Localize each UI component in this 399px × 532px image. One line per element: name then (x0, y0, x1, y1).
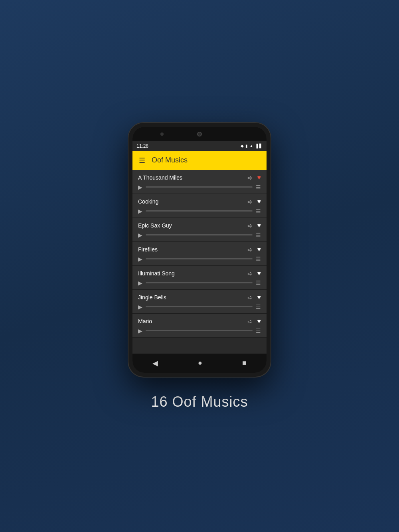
status-battery2-icon: ▋ (259, 144, 263, 148)
song-row-bottom: ▶ ☰ (132, 232, 267, 241)
queue-icon[interactable]: ☰ (256, 184, 261, 190)
heart-icon[interactable]: ♥ (257, 318, 261, 325)
song-title: Illuminati Song (138, 270, 175, 277)
song-row-top: A Thousand Miles ➪ ♥ (132, 170, 267, 184)
heart-icon[interactable]: ♥ (257, 198, 261, 205)
song-row-bottom: ▶ ☰ (132, 280, 267, 289)
phone-top-bar (132, 127, 267, 141)
song-list: A Thousand Miles ➪ ♥ ▶ ☰ Cooking ➪ ♥ (132, 170, 267, 354)
song-actions: ➪ ♥ (247, 318, 261, 325)
home-button[interactable]: ● (198, 359, 202, 367)
song-item: Epic Sax Guy ➪ ♥ ▶ ☰ (132, 218, 267, 242)
song-title: A Thousand Miles (138, 174, 182, 181)
song-actions: ➪ ♥ (247, 294, 261, 301)
status-alarm-icon: ◆ (241, 144, 244, 148)
play-button[interactable]: ▶ (138, 328, 142, 334)
progress-bar[interactable] (146, 210, 253, 212)
share-icon[interactable]: ➪ (247, 222, 253, 229)
app-bar: ☰ Oof Musics (132, 151, 267, 170)
heart-icon[interactable]: ♥ (257, 222, 261, 229)
song-row-top: Fireflies ➪ ♥ (132, 242, 267, 256)
status-icons: ◆ ▮ ▲ ▐ ▋ (241, 144, 263, 148)
status-time: 11:28 (136, 143, 148, 149)
song-actions: ➪ ♥ (247, 246, 261, 253)
song-item: Mario ➪ ♥ ▶ ☰ (132, 314, 267, 338)
play-button[interactable]: ▶ (138, 280, 142, 286)
song-row-top: Epic Sax Guy ➪ ♥ (132, 218, 267, 232)
song-title: Cooking (138, 198, 158, 205)
queue-icon[interactable]: ☰ (256, 328, 261, 334)
heart-icon[interactable]: ♥ (257, 246, 261, 253)
song-title: Fireflies (138, 246, 158, 253)
share-icon[interactable]: ➪ (247, 294, 253, 301)
phone-shell: 11:28 ◆ ▮ ▲ ▐ ▋ ☰ Oof Musics A Thousand … (128, 122, 271, 378)
progress-bar[interactable] (146, 258, 253, 259)
song-row-top: Cooking ➪ ♥ (132, 194, 267, 208)
play-button[interactable]: ▶ (138, 304, 142, 310)
share-icon[interactable]: ➪ (247, 174, 253, 182)
play-button[interactable]: ▶ (138, 232, 142, 238)
queue-icon[interactable]: ☰ (256, 304, 261, 310)
status-bar: 11:28 ◆ ▮ ▲ ▐ ▋ (132, 141, 267, 151)
song-actions: ➪ ♥ (247, 270, 261, 277)
song-actions: ➪ ♥ (247, 174, 261, 182)
song-row-bottom: ▶ ☰ (132, 208, 267, 218)
progress-bar[interactable] (146, 186, 253, 188)
progress-bar[interactable] (146, 330, 253, 331)
progress-bar[interactable] (146, 234, 253, 235)
play-button[interactable]: ▶ (138, 256, 142, 262)
song-row-top: Illuminati Song ➪ ♥ (132, 266, 267, 280)
page-label: 16 Oof Musics (151, 394, 248, 410)
progress-bar[interactable] (146, 282, 253, 283)
menu-icon[interactable]: ☰ (139, 156, 145, 165)
status-wifi-icon: ▲ (249, 144, 253, 148)
share-icon[interactable]: ➪ (247, 246, 253, 253)
song-row-bottom: ▶ ☰ (132, 256, 267, 265)
song-item: Illuminati Song ➪ ♥ ▶ ☰ (132, 266, 267, 290)
song-actions: ➪ ♥ (247, 198, 261, 206)
song-row-top: Jingle Bells ➪ ♥ (132, 290, 267, 304)
queue-icon[interactable]: ☰ (256, 256, 261, 262)
song-item: Fireflies ➪ ♥ ▶ ☰ (132, 242, 267, 266)
app-title: Oof Musics (152, 156, 188, 164)
speaker-dot (160, 133, 164, 136)
back-button[interactable]: ◀ (152, 359, 158, 368)
song-row-top: Mario ➪ ♥ (132, 314, 267, 328)
queue-icon[interactable]: ☰ (256, 208, 261, 214)
heart-icon[interactable]: ♥ (257, 270, 261, 277)
share-icon[interactable]: ➪ (247, 318, 253, 325)
song-row-bottom: ▶ ☰ (132, 184, 267, 194)
song-item: Cooking ➪ ♥ ▶ ☰ (132, 194, 267, 218)
queue-icon[interactable]: ☰ (256, 280, 261, 286)
progress-bar[interactable] (146, 306, 253, 307)
song-row-bottom: ▶ ☰ (132, 328, 267, 337)
status-signal-icon: ▐ (255, 144, 258, 148)
song-actions: ➪ ♥ (247, 222, 261, 229)
song-row-bottom: ▶ ☰ (132, 304, 267, 313)
recent-button[interactable]: ■ (242, 359, 247, 367)
song-item: A Thousand Miles ➪ ♥ ▶ ☰ (132, 170, 267, 194)
play-button[interactable]: ▶ (138, 184, 142, 190)
song-item: Jingle Bells ➪ ♥ ▶ ☰ (132, 290, 267, 314)
queue-icon[interactable]: ☰ (256, 232, 261, 238)
song-title: Mario (138, 318, 152, 324)
bottom-nav: ◀ ● ■ (132, 354, 267, 373)
heart-icon[interactable]: ♥ (257, 294, 261, 301)
status-battery-icon: ▮ (245, 144, 248, 148)
camera-dot (197, 132, 202, 136)
song-title: Jingle Bells (138, 294, 166, 301)
heart-icon[interactable]: ♥ (257, 174, 261, 181)
song-title: Epic Sax Guy (138, 222, 172, 229)
play-button[interactable]: ▶ (138, 208, 142, 214)
share-icon[interactable]: ➪ (247, 198, 253, 206)
share-icon[interactable]: ➪ (247, 270, 253, 277)
